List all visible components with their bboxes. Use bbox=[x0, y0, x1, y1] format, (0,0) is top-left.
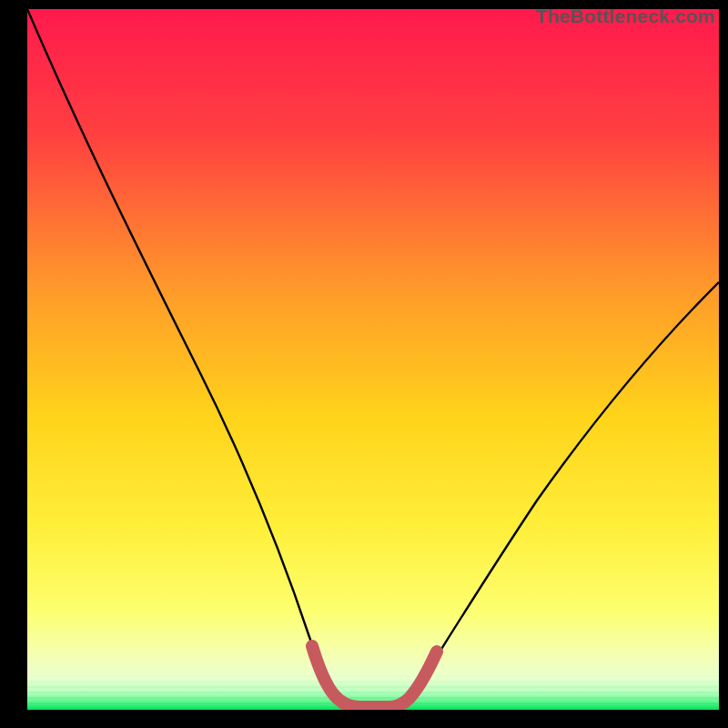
gradient-background bbox=[27, 9, 719, 710]
chart-svg bbox=[27, 9, 719, 710]
watermark-text: TheBottleneck.com bbox=[536, 5, 715, 27]
chart-frame: TheBottleneck.com bbox=[0, 0, 728, 728]
chart-plot-area bbox=[27, 9, 719, 710]
